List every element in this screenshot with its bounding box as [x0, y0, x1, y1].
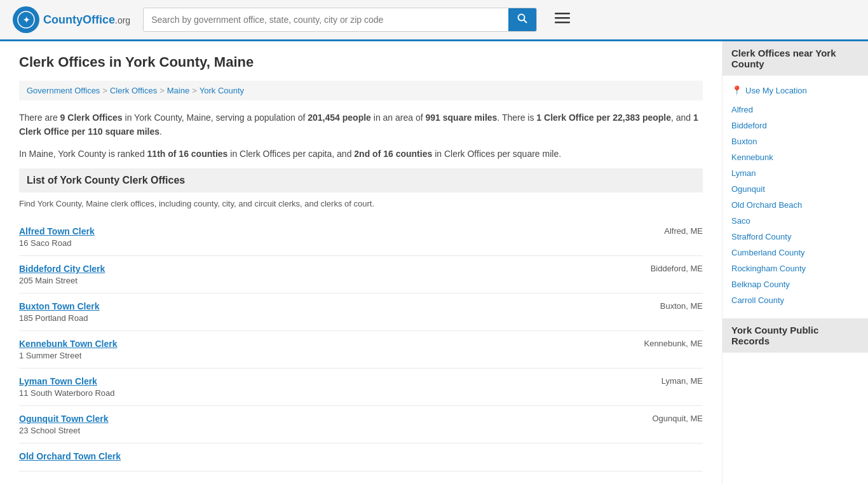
sidebar-item-lyman[interactable]: Lyman [722, 165, 868, 181]
sidebar-use-location-link[interactable]: 📍 Use My Location [722, 82, 868, 102]
page-title: Clerk Offices in York County, Maine [19, 54, 703, 71]
sidebar-item-alfred[interactable]: Alfred [722, 102, 868, 118]
search-input[interactable] [144, 10, 508, 30]
table-row: Biddeford City Clerk 205 Main Street Bid… [19, 256, 703, 294]
logo-office: Office [83, 13, 115, 26]
svg-line-3 [524, 20, 527, 24]
sidebar-item-ogunquit[interactable]: Ogunquit [722, 181, 868, 197]
breadcrumb-york-county[interactable]: York County [200, 86, 244, 95]
main-container: Clerk Offices in York County, Maine Gove… [0, 41, 868, 484]
sidebar-item-old-orchard-beach[interactable]: Old Orchard Beach [722, 197, 868, 213]
sidebar-item-saco[interactable]: Saco [722, 213, 868, 229]
svg-rect-5 [555, 17, 570, 19]
search-button[interactable] [508, 8, 536, 31]
breadcrumb: Government Offices > Clerk Offices > Mai… [19, 81, 703, 100]
logo-county: County [43, 13, 83, 26]
office-city-kennebunk: Kennebunk, ME [601, 339, 703, 348]
desc1-bold3: 991 square miles [426, 112, 498, 123]
sidebar-item-carroll-county[interactable]: Carroll County [722, 292, 868, 308]
sidebar-item-buxton[interactable]: Buxton [722, 133, 868, 149]
desc1-end: . [159, 126, 162, 137]
description-para-1: There are 9 Clerk Offices in York County… [19, 111, 703, 139]
sidebar-public-records-title: York County Public Records [722, 318, 868, 353]
office-city-lyman: Lyman, ME [601, 376, 703, 386]
table-row: Alfred Town Clerk 16 Saco Road Alfred, M… [19, 219, 703, 256]
logo-link[interactable]: ✦ CountyOffice.org [13, 6, 130, 33]
office-address-kennebunk: 1 Summer Street [19, 351, 601, 360]
office-name-buxton[interactable]: Buxton Town Clerk [19, 301, 601, 311]
svg-point-2 [519, 15, 525, 21]
sidebar-item-cumberland-county[interactable]: Cumberland County [722, 245, 868, 261]
use-location-label: Use My Location [745, 86, 807, 95]
office-city-biddeford: Biddeford, ME [601, 264, 703, 273]
sidebar: Clerk Offices near York County 📍 Use My … [722, 41, 868, 484]
office-name-lyman[interactable]: Lyman Town Clerk [19, 376, 601, 386]
office-address-ogunquit: 23 School Street [19, 426, 601, 435]
desc1-mid2: in an area of [371, 112, 426, 123]
sidebar-item-belknap-county[interactable]: Belknap County [722, 276, 868, 292]
office-info: Alfred Town Clerk 16 Saco Road [19, 226, 601, 248]
site-header: ✦ CountyOffice.org [0, 0, 868, 41]
desc1-bold4: 1 Clerk Office per 22,383 people [536, 112, 671, 123]
sidebar-item-rockingham-county[interactable]: Rockingham County [722, 261, 868, 276]
desc1-pre: There are [19, 112, 60, 123]
office-list: Alfred Town Clerk 16 Saco Road Alfred, M… [19, 219, 703, 471]
table-row: Kennebunk Town Clerk 1 Summer Street Ken… [19, 331, 703, 369]
office-info: Ogunquit Town Clerk 23 School Street [19, 414, 601, 435]
sidebar-item-biddeford[interactable]: Biddeford [722, 118, 868, 133]
search-icon [517, 13, 527, 24]
office-name-kennebunk[interactable]: Kennebunk Town Clerk [19, 339, 601, 349]
desc2-bold2: 2nd of 16 counties [354, 149, 432, 159]
office-info: Kennebunk Town Clerk 1 Summer Street [19, 339, 601, 360]
list-section-description: Find York County, Maine clerk offices, i… [19, 199, 703, 208]
main-content: Clerk Offices in York County, Maine Gove… [0, 41, 722, 484]
location-pin-icon: 📍 [731, 85, 742, 95]
description-para-2: In Maine, York County is ranked 11th of … [19, 147, 703, 161]
office-city-alfred: Alfred, ME [601, 226, 703, 236]
office-name-alfred[interactable]: Alfred Town Clerk [19, 226, 601, 236]
table-row: Buxton Town Clerk 185 Portland Road Buxt… [19, 294, 703, 331]
desc1-post1: . There is [497, 112, 536, 123]
table-row: Ogunquit Town Clerk 23 School Street Ogu… [19, 406, 703, 444]
office-address-lyman: 11 South Waterboro Road [19, 388, 601, 398]
hamburger-icon [555, 10, 570, 25]
office-address-biddeford: 205 Main Street [19, 276, 601, 285]
logo-org: .org [115, 15, 130, 25]
office-address-buxton: 185 Portland Road [19, 313, 601, 323]
desc2-mid1: in Clerk Offices per capita, and [227, 149, 354, 159]
search-area [143, 8, 537, 32]
logo-text: CountyOffice.org [43, 13, 130, 27]
svg-text:✦: ✦ [23, 15, 30, 25]
breadcrumb-government-offices[interactable]: Government Offices [27, 86, 100, 95]
desc2-pre: In Maine, York County is ranked [19, 149, 147, 159]
logo-svg: ✦ [17, 11, 35, 29]
svg-rect-6 [555, 22, 570, 24]
office-name-biddeford[interactable]: Biddeford City Clerk [19, 264, 601, 274]
desc1-bold2: 201,454 people [308, 112, 371, 123]
desc1-bold1: 9 Clerk Offices [60, 112, 123, 123]
office-info: Lyman Town Clerk 11 South Waterboro Road [19, 376, 601, 398]
office-city-ogunquit: Ogunquit, ME [601, 414, 703, 423]
sidebar-item-strafford-county[interactable]: Strafford County [722, 229, 868, 245]
logo-icon: ✦ [13, 6, 39, 33]
sidebar-item-kennebunk[interactable]: Kennebunk [722, 149, 868, 165]
office-info: Old Orchard Town Clerk [19, 451, 601, 463]
hamburger-menu-button[interactable] [550, 8, 575, 32]
office-info: Biddeford City Clerk 205 Main Street [19, 264, 601, 285]
office-name-old-orchard[interactable]: Old Orchard Town Clerk [19, 451, 601, 461]
desc1-mid1: in York County, Maine, serving a populat… [123, 112, 308, 123]
desc1-post2: , and [671, 112, 693, 123]
table-row: Lyman Town Clerk 11 South Waterboro Road… [19, 369, 703, 406]
desc2-bold1: 11th of 16 counties [147, 149, 228, 159]
desc2-post: in Clerk Offices per square mile. [432, 149, 561, 159]
table-row: Old Orchard Town Clerk [19, 444, 703, 471]
office-city-buxton: Buxton, ME [601, 301, 703, 311]
breadcrumb-maine[interactable]: Maine [167, 86, 189, 95]
breadcrumb-clerk-offices[interactable]: Clerk Offices [110, 86, 157, 95]
breadcrumb-sep-1: > [102, 86, 107, 95]
breadcrumb-sep-2: > [159, 86, 165, 95]
office-name-ogunquit[interactable]: Ogunquit Town Clerk [19, 414, 601, 424]
sidebar-nearby-title: Clerk Offices near York County [722, 41, 868, 76]
office-info: Buxton Town Clerk 185 Portland Road [19, 301, 601, 323]
office-address-alfred: 16 Saco Road [19, 238, 601, 248]
